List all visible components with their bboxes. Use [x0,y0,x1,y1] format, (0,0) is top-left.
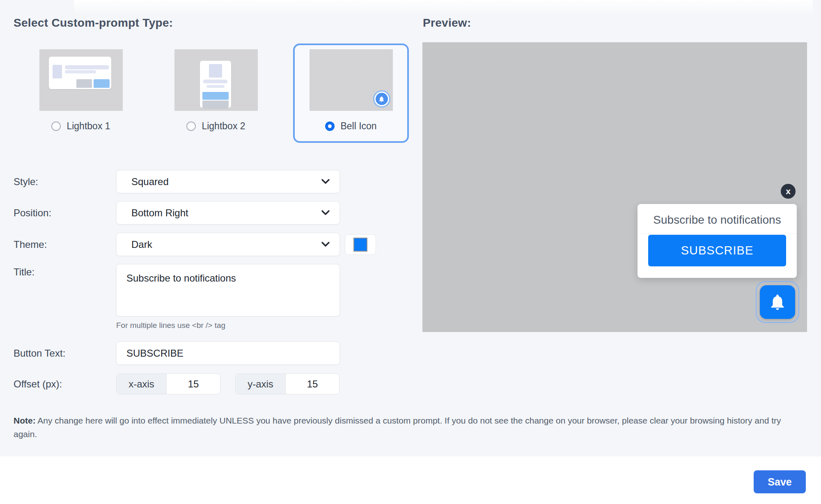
divider [638,234,797,234]
bell-icon [378,96,385,103]
top-gradient [74,0,813,16]
offset-y-label: y-axis [236,374,286,394]
theme-label: Theme: [14,239,116,250]
lightbox2-thumbnail [174,49,258,111]
mock-allow-button [94,79,110,88]
lightbox1-mock-card [49,57,111,89]
lightbox2-mock-card [200,61,231,108]
chevron-down-icon [321,242,330,247]
offset-x-input[interactable] [167,374,220,394]
chevron-down-icon [321,210,330,215]
preview-popup-card: Subscribe to notifications SUBSCRIBE [638,204,797,278]
style-label: Style: [14,176,116,188]
title-label: Title: [14,264,116,278]
bell-icon [376,93,388,105]
theme-select[interactable]: Dark [116,233,340,256]
footer-bar: Save [0,456,821,504]
theme-color-picker[interactable] [345,234,376,255]
bell-icon-radio-row: Bell Icon [325,121,376,132]
offset-x-label: x-axis [117,374,167,394]
lightbox2-radio-row: Lightbox 2 [186,121,245,132]
note-prefix: Note: [14,416,36,425]
chevron-down-icon [321,179,330,184]
mock-text-line [203,80,227,83]
position-select[interactable]: Bottom Right [116,201,340,225]
mock-text-line [65,70,96,73]
offset-row: Offset (px): x-axis y-axis [14,373,383,394]
lightbox1-thumbnail [39,49,123,111]
mock-cancel-button [202,101,229,108]
bell-icon [768,293,787,312]
preview-popup-title: Subscribe to notifications [638,213,797,227]
preview-bell-button[interactable] [760,285,795,319]
bell-icon-radio[interactable] [325,121,335,131]
prompt-type-option-bell-icon[interactable]: Bell Icon [293,44,409,143]
preview-heading: Preview: [423,16,471,30]
prompt-type-options: Lightbox 1 Lightbox 2 [23,44,409,143]
note-body: Any change here will go into effect imme… [14,416,781,439]
offset-y-input[interactable] [286,374,339,394]
button-text-input[interactable] [116,341,340,365]
mock-text-line [65,65,109,69]
note-text: Note: Any change here will go into effec… [14,414,806,441]
offset-label: Offset (px): [14,378,116,390]
lightbox1-radio-label: Lightbox 1 [67,121,110,132]
button-text-row: Button Text: [14,341,383,365]
style-select-value: Squared [131,176,169,188]
title-textarea[interactable]: Subscribe to notifications [116,264,340,316]
mock-image-block [53,65,62,78]
button-text-label: Button Text: [14,348,116,359]
theme-select-value: Dark [131,239,152,250]
bell-icon-radio-label: Bell Icon [340,121,376,132]
mock-text-line [206,85,225,88]
mock-image-block [209,64,222,78]
lightbox2-radio[interactable] [186,121,196,131]
position-label: Position: [14,207,116,219]
prompt-type-heading: Select Custom-prompt Type: [14,16,173,30]
mock-allow-button [202,92,229,100]
custom-prompt-form: Style: Squared Position: Bottom Right Th… [14,170,383,394]
title-row: Title: Subscribe to notifications [14,264,383,316]
theme-row: Theme: Dark [14,233,383,256]
lightbox2-radio-label: Lightbox 2 [202,121,245,132]
position-row: Position: Bottom Right [14,201,383,225]
prompt-type-option-lightbox2[interactable]: Lightbox 2 [158,44,274,143]
bell-icon-thumbnail [310,49,393,111]
offset-x-group: x-axis [116,373,220,394]
style-select[interactable]: Squared [116,170,340,193]
preview-area: x Subscribe to notifications SUBSCRIBE [422,42,807,332]
position-select-value: Bottom Right [131,207,188,219]
preview-subscribe-button[interactable]: SUBSCRIBE [648,235,786,266]
bell-badge [373,90,390,108]
style-row: Style: Squared [14,170,383,193]
prompt-type-option-lightbox1[interactable]: Lightbox 1 [23,44,139,143]
close-icon[interactable]: x [781,184,796,199]
title-helper-text: For multiple lines use <br /> tag [116,321,383,332]
mock-cancel-button [76,79,92,88]
offset-y-group: y-axis [235,373,339,394]
lightbox1-radio[interactable] [51,121,61,131]
save-button[interactable]: Save [754,470,806,493]
theme-color-swatch [353,238,367,252]
lightbox1-radio-row: Lightbox 1 [51,121,110,132]
preview-bell-ring [756,281,799,323]
